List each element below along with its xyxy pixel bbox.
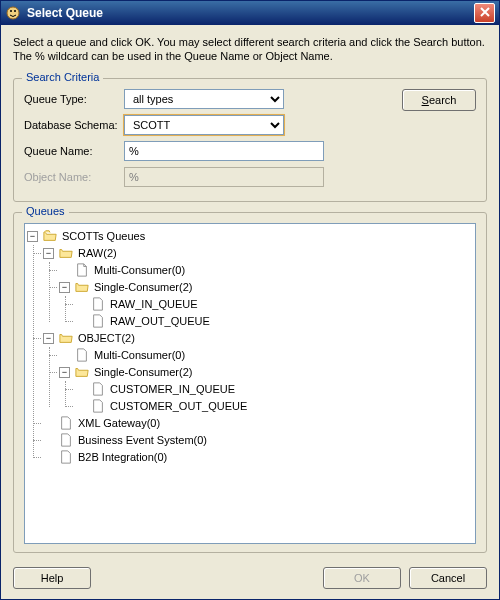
- close-icon: [480, 7, 490, 19]
- tree-node-raw-single[interactable]: − Single-Consumer(2) −: [59, 279, 473, 330]
- tree-leaf-raw-in[interactable]: − RAW_IN_QUEUE: [75, 296, 473, 313]
- tree-node-object[interactable]: − OBJECT(2) − Multi-Consumer(0): [43, 330, 473, 415]
- tree-label: XML Gateway(0): [78, 417, 160, 429]
- folder-open-icon: [58, 245, 74, 261]
- file-icon: [74, 347, 90, 363]
- tree-leaf-raw-out[interactable]: − RAW_OUT_QUEUE: [75, 313, 473, 330]
- minus-icon[interactable]: −: [43, 248, 54, 259]
- tree-node-xml-gateway[interactable]: − XML Gateway(0): [43, 415, 473, 432]
- dialog-content: Select a queue and click OK. You may sel…: [1, 25, 499, 559]
- tree-node-raw-multi[interactable]: − Multi-Consumer(0): [59, 262, 473, 279]
- tree-node-b2b[interactable]: − B2B Integration(0): [43, 449, 473, 466]
- tree-label: B2B Integration(0): [78, 451, 167, 463]
- file-icon: [90, 313, 106, 329]
- tree-label: Business Event System(0): [78, 434, 207, 446]
- tree-label: SCOTTs Queues: [62, 230, 145, 242]
- minus-icon[interactable]: −: [27, 231, 38, 242]
- minus-icon[interactable]: −: [43, 333, 54, 344]
- tree-leaf-cust-out[interactable]: − CUSTOMER_OUT_QUEUE: [75, 398, 473, 415]
- tree-label: Multi-Consumer(0): [94, 349, 185, 361]
- folder-open-icon: [42, 228, 58, 244]
- minus-icon[interactable]: −: [59, 367, 70, 378]
- button-bar: Help OK Cancel: [1, 559, 499, 599]
- object-name-label: Object Name:: [24, 171, 124, 183]
- svg-point-1: [10, 10, 12, 12]
- queues-group: Queues − SCOTTs Queues −: [13, 212, 487, 553]
- svg-point-2: [14, 10, 16, 12]
- file-icon: [58, 432, 74, 448]
- minus-icon[interactable]: −: [59, 282, 70, 293]
- tree-label: CUSTOMER_OUT_QUEUE: [110, 400, 247, 412]
- title-bar: Select Queue: [1, 1, 499, 25]
- queues-legend: Queues: [22, 205, 69, 217]
- file-icon: [58, 449, 74, 465]
- folder-open-icon: [58, 330, 74, 346]
- tree-label: RAW_IN_QUEUE: [110, 298, 198, 310]
- queue-type-select[interactable]: all types: [124, 89, 284, 109]
- tree-label: Single-Consumer(2): [94, 281, 192, 293]
- instructions-text: Select a queue and click OK. You may sel…: [13, 35, 487, 64]
- tree-label: RAW_OUT_QUEUE: [110, 315, 210, 327]
- tree-node-bes[interactable]: − Business Event System(0): [43, 432, 473, 449]
- file-icon: [90, 296, 106, 312]
- db-schema-label: Database Schema:: [24, 119, 124, 131]
- tree-label: RAW(2): [78, 247, 117, 259]
- tree-label: Single-Consumer(2): [94, 366, 192, 378]
- queue-name-label: Queue Name:: [24, 145, 124, 157]
- folder-open-icon: [74, 279, 90, 295]
- ok-button: OK: [323, 567, 401, 589]
- search-criteria-group: Search Criteria Queue Type: all types Da…: [13, 78, 487, 202]
- svg-point-0: [7, 7, 19, 19]
- tree-leaf-cust-in[interactable]: − CUSTOMER_IN_QUEUE: [75, 381, 473, 398]
- queue-name-input[interactable]: [124, 141, 324, 161]
- file-icon: [90, 398, 106, 414]
- cancel-button[interactable]: Cancel: [409, 567, 487, 589]
- close-button[interactable]: [474, 3, 495, 23]
- search-criteria-legend: Search Criteria: [22, 71, 103, 83]
- queue-type-label: Queue Type:: [24, 93, 124, 105]
- file-icon: [58, 415, 74, 431]
- tree-label: OBJECT(2): [78, 332, 135, 344]
- tree-node-obj-multi[interactable]: − Multi-Consumer(0): [59, 347, 473, 364]
- search-button[interactable]: Search: [402, 89, 476, 111]
- tree-node-obj-single[interactable]: − Single-Consumer(2) −: [59, 364, 473, 415]
- tree-root[interactable]: − SCOTTs Queues − RAW(2): [27, 228, 473, 466]
- queues-tree[interactable]: − SCOTTs Queues − RAW(2): [24, 223, 476, 544]
- file-icon: [74, 262, 90, 278]
- tree-node-raw[interactable]: − RAW(2) − Multi-Consumer(0): [43, 245, 473, 330]
- search-button-text: earch: [429, 94, 457, 106]
- file-icon: [90, 381, 106, 397]
- folder-open-icon: [74, 364, 90, 380]
- help-button[interactable]: Help: [13, 567, 91, 589]
- window-title: Select Queue: [27, 6, 474, 20]
- app-icon: [5, 5, 21, 21]
- tree-label: Multi-Consumer(0): [94, 264, 185, 276]
- tree-label: CUSTOMER_IN_QUEUE: [110, 383, 235, 395]
- db-schema-select[interactable]: SCOTT: [124, 115, 284, 135]
- object-name-input: [124, 167, 324, 187]
